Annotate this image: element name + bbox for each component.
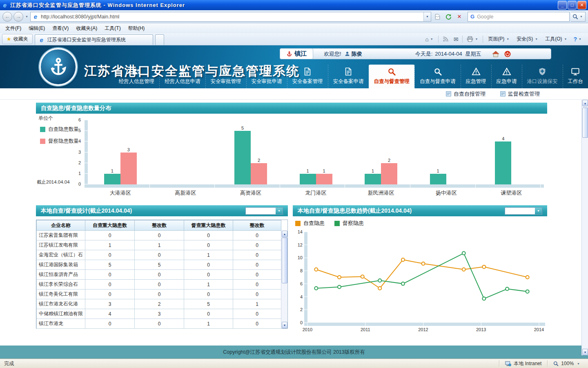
nav-selfcheck-supervision-apply[interactable]: 自查与督查申请 [414, 65, 461, 88]
new-tab-button[interactable] [155, 34, 164, 45]
refresh-button[interactable] [443, 12, 453, 22]
close-button[interactable]: ✕ [577, 1, 586, 9]
nav-safety-approval-mgmt[interactable]: 安全审批管理 [205, 65, 246, 88]
nav-emergency-mgmt[interactable]: 应急管理 [461, 65, 491, 88]
menu-bar: 文件(F) 编辑(E) 查看(V) 收藏夹(A) 工具(T) 帮助(H) [0, 23, 588, 33]
maximize-button[interactable]: □ [568, 1, 577, 9]
city-selector[interactable]: 镇江 [280, 48, 313, 59]
search-go-button[interactable]: ▼ [571, 12, 586, 22]
form-icon [500, 91, 506, 96]
nav-operator-info-mgmt[interactable]: 经营人信息管理 [114, 65, 160, 88]
value-cell: 0 [233, 250, 281, 260]
menu-file[interactable]: 文件(F) [2, 23, 25, 33]
scroll-down-button[interactable]: ▼ [282, 322, 287, 328]
data-point-marker [314, 287, 318, 290]
value-cell: 5 [184, 299, 233, 309]
combo-caret-icon[interactable]: ▼ [276, 208, 283, 214]
subnav-selfreport-mgmt[interactable]: 自查自报管理 [446, 90, 486, 98]
page-scrollbar[interactable]: ▲ ▼ [581, 100, 588, 355]
menu-tools[interactable]: 工具(T) [101, 23, 124, 33]
safety-menu-button[interactable]: 安全(S) ▼ [514, 35, 541, 43]
help-button[interactable]: ? ▼ [572, 35, 585, 43]
bar-group: 52高资港区 [218, 120, 283, 184]
rss-icon [443, 36, 449, 42]
search-icon [572, 14, 578, 20]
value-cell: 3 [85, 299, 135, 309]
menu-favorites[interactable]: 收藏夹(A) [72, 23, 101, 33]
table-row[interactable]: 金海宏业（镇江）石0010 [37, 250, 281, 260]
table-panel-title: 本地自查/督查统计(截止2014.04.04) [41, 207, 132, 215]
document-icon [344, 67, 353, 76]
tools-menu-button[interactable]: 工具(O) ▼ [542, 35, 570, 43]
tools-menu-label: 工具(O) [545, 36, 562, 43]
table-row[interactable]: 镇江港国际集装箱5500 [37, 260, 281, 270]
scroll-up-button[interactable]: ▲ [582, 100, 588, 106]
y-tick-label: 6 [300, 281, 303, 286]
table-row[interactable]: 镇江李长荣综合石0010 [37, 280, 281, 289]
bar [234, 131, 251, 184]
legend-swatch [40, 139, 45, 144]
value-cell: 0 [184, 240, 233, 250]
combo-caret-icon[interactable]: ▼ [535, 208, 542, 214]
table-row[interactable]: 江苏索普集团有限0000 [37, 231, 281, 240]
company-name-cell: 镇江港国际集装箱 [37, 260, 85, 270]
nav-safety-record-mgmt[interactable]: 安全备案管理 [287, 65, 328, 88]
nav-safety-approval-apply[interactable]: 安全审批申请 [246, 65, 287, 88]
table-row[interactable]: 中储粮镇江粮油有限4300 [37, 309, 281, 319]
home-shortcut-button[interactable] [492, 51, 499, 57]
minimize-button[interactable]: _ [558, 1, 567, 9]
menu-help[interactable]: 帮助(H) [125, 23, 149, 33]
favorites-button[interactable]: ★ 收藏夹 [2, 34, 33, 44]
page-menu-button[interactable]: 页面(P) ▼ [485, 35, 513, 43]
scroll-down-button[interactable]: ▼ [582, 349, 588, 355]
favorites-bar: ★ 收藏夹 e 江苏省港口安全监管与应急管理系统 ⌂ ▼ ✉ ▼ 页面(P) ▼… [0, 33, 588, 45]
print-button[interactable]: ▼ [465, 35, 481, 43]
bar-group: 1扬中港区 [414, 120, 479, 184]
scroll-thumb[interactable] [582, 108, 588, 138]
table-scrollbar[interactable]: ▲ ▼ [281, 231, 287, 328]
bar-value-label: 1 [372, 168, 374, 174]
menu-view[interactable]: 查看(V) [49, 23, 72, 33]
subnav-supervision-check-mgmt[interactable]: 监督检查管理 [500, 90, 540, 98]
table-row[interactable]: 镇江奇美化工有限0000 [37, 289, 281, 299]
stop-button[interactable]: ✕ [454, 12, 464, 22]
bar-category-label: 大港港区 [88, 189, 153, 197]
table-filter-select[interactable]: ▼ [245, 207, 283, 215]
bar-value-label: 2 [258, 158, 260, 163]
logout-button[interactable] [504, 51, 511, 57]
nav-selfcheck-supervision-mgmt[interactable]: 自查与督查管理 [369, 65, 415, 88]
table-row[interactable]: 江苏镇江发电有限1100 [37, 240, 281, 250]
bar [365, 174, 381, 184]
scroll-up-button[interactable]: ▲ [282, 231, 287, 237]
table-row[interactable]: 镇江恒泰沥青产品0000 [37, 270, 281, 280]
anchor-icon [48, 56, 69, 79]
table-row[interactable]: 镇江市港龙0010 [37, 319, 281, 329]
browser-tab-active[interactable]: e 江苏省港口安全监管与应急管理系统 [35, 34, 153, 45]
bar-value-label: 1 [306, 168, 309, 174]
scroll-thumb[interactable] [282, 238, 287, 283]
legend-item: 督察隐患 [334, 220, 364, 227]
table-header-cell: 督查重大隐患数 [184, 220, 233, 231]
search-input[interactable]: G Google [468, 12, 570, 22]
nav-operator-info-apply[interactable]: 经营人信息申请 [159, 65, 205, 88]
forward-button[interactable]: → [13, 12, 23, 22]
mail-icon: ✉ [454, 36, 459, 43]
back-button[interactable]: ← [2, 12, 12, 22]
trend-filter-select[interactable]: ▼ [505, 207, 542, 215]
home-button[interactable]: ⌂ ▼ [423, 35, 436, 43]
toolbar-separator [462, 36, 463, 43]
rss-button[interactable] [441, 35, 451, 43]
zoom-control[interactable]: 100% ▼ [551, 361, 588, 366]
nav-workbench[interactable]: 工作台 [563, 65, 588, 88]
url-dropdown-icon[interactable]: ▼ [423, 12, 431, 21]
compatibility-view-button[interactable] [432, 12, 442, 22]
menu-edit[interactable]: 编辑(E) [25, 23, 49, 33]
statistics-table-panel: 本地自查/督查统计(截止2014.04.04) ▼ 企业名称自查重大隐患数整改数… [36, 205, 288, 329]
nav-port-facility-security[interactable]: 港口设施保安 [522, 65, 563, 88]
nav-safety-record-apply[interactable]: 安全备案申请 [328, 65, 369, 88]
history-caret-icon[interactable]: ▼ [24, 15, 29, 18]
nav-emergency-apply[interactable]: 应急申请 [491, 65, 522, 88]
read-mail-button[interactable]: ✉ [452, 35, 461, 43]
table-row[interactable]: 镇江市港龙石化港3251 [37, 299, 281, 309]
url-field[interactable]: e http://localhost:8080/yjpt/Main.html ▼ [30, 12, 431, 22]
